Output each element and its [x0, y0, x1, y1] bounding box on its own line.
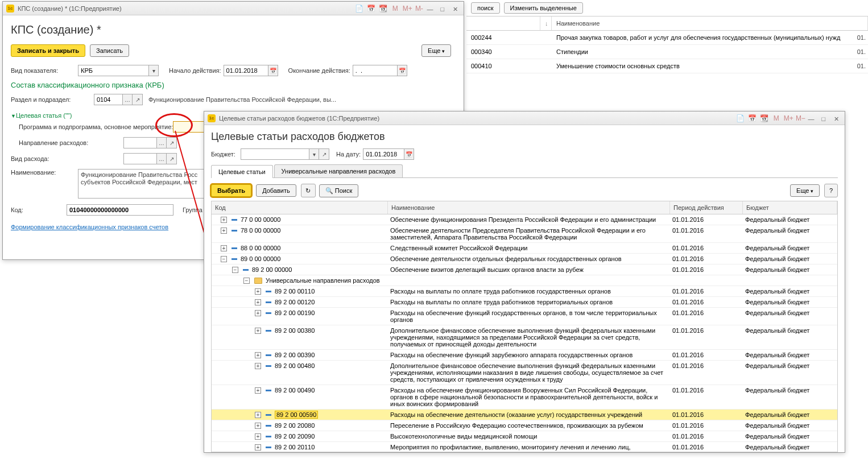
budget-dropdown-icon[interactable]: ▾ — [309, 148, 319, 160]
mminus-icon[interactable]: M− — [796, 114, 805, 123]
maximize-icon[interactable]: □ — [819, 114, 829, 123]
razdel-input[interactable] — [94, 94, 122, 105]
bg-row[interactable]: 000340Стипендии01. — [466, 45, 868, 59]
table-row[interactable]: + 89 2 00 20110 Мероприятия по профилакт… — [212, 442, 837, 452]
table-row[interactable]: + 89 2 00 00380 Дополнительное финансово… — [212, 325, 837, 350]
budget-open-icon[interactable]: ↗ — [319, 148, 329, 160]
expand-toggle-icon[interactable]: − — [221, 256, 227, 262]
close-icon[interactable]: ✕ — [831, 114, 841, 123]
razdel-open-icon[interactable]: ↗ — [133, 94, 143, 105]
more-button[interactable]: Еще — [421, 44, 451, 57]
tab-universal-directions[interactable]: Универсальные направления расходов — [274, 164, 403, 177]
vid-dropdown-icon[interactable]: ▾ — [148, 65, 159, 76]
napr-select-icon[interactable]: … — [156, 137, 167, 148]
start-date-picker-icon[interactable]: 📅 — [268, 65, 278, 76]
end-date-picker-icon[interactable]: 📅 — [397, 65, 407, 76]
table-row[interactable]: + 89 2 00 00590 Расходы на обеспечение д… — [212, 410, 837, 420]
expand-toggle-icon[interactable]: − — [232, 267, 238, 273]
expand-toggle-icon[interactable]: + — [255, 444, 261, 451]
start-date-input[interactable] — [224, 65, 268, 76]
bg-edit-selected-button[interactable]: Изменить выделенные — [504, 2, 583, 14]
table-row[interactable]: + 89 2 00 00490 Расходы на обеспечение ф… — [212, 385, 837, 410]
expand-toggle-icon[interactable]: + — [255, 288, 261, 295]
table-row[interactable]: − 89 0 00 00000 Обеспечение деятельности… — [212, 254, 837, 265]
napr-input[interactable] — [123, 137, 156, 148]
bg-row[interactable]: 000410Уменьшение стоимости основных сред… — [466, 59, 868, 73]
expand-toggle-icon[interactable]: + — [255, 423, 261, 429]
mplus-icon[interactable]: M+ — [784, 114, 793, 123]
table-row[interactable]: + 89 2 00 00120 Расходы на выплаты по оп… — [212, 297, 837, 308]
expand-toggle-icon[interactable]: + — [221, 245, 227, 251]
save-button[interactable]: Записать — [90, 44, 129, 57]
expand-toggle-icon[interactable]: − — [243, 278, 250, 284]
kod-input[interactable] — [67, 204, 173, 216]
search-button[interactable]: 🔍Поиск — [319, 184, 358, 197]
table-row[interactable]: + 78 0 00 00000 Обеспечение деятельности… — [212, 225, 837, 243]
calendar-icon[interactable]: 📅 — [367, 4, 376, 13]
expand-toggle-icon[interactable]: + — [255, 310, 261, 316]
m-icon[interactable]: M — [391, 4, 400, 13]
tab-target-articles[interactable]: Целевые статьи — [211, 165, 273, 178]
table-row[interactable]: + 89 2 00 00390 Расходы на обеспечение ф… — [212, 350, 837, 361]
naim-textarea[interactable]: Функционирование Правительства Росс субъ… — [78, 169, 209, 199]
table-row[interactable]: + 89 2 00 00110 Расходы на выплаты по оп… — [212, 286, 837, 297]
table-row[interactable]: + 77 0 00 00000 Обеспечение функциониров… — [212, 214, 837, 225]
vidr-select-icon[interactable]: … — [156, 153, 167, 164]
prog-input[interactable] — [173, 121, 206, 133]
calendar-icon[interactable]: 📅 — [748, 114, 757, 123]
maximize-icon[interactable]: □ — [437, 4, 448, 13]
sort-indicator-icon[interactable]: ↓ — [540, 16, 552, 30]
expand-toggle-icon[interactable]: + — [221, 228, 227, 234]
col-code[interactable]: Код — [212, 201, 388, 214]
budget-input[interactable] — [241, 148, 309, 160]
save-close-button[interactable]: Записать и закрыть — [11, 44, 85, 57]
table-row[interactable]: − 89 2 00 00000 Обеспечение визитов деле… — [212, 265, 837, 275]
minimize-icon[interactable]: — — [425, 4, 435, 13]
vidr-input[interactable] — [123, 153, 156, 164]
expand-toggle-icon[interactable]: + — [255, 433, 261, 440]
table-row[interactable]: + 89 2 00 00480 Дополнительное финансово… — [212, 361, 837, 385]
table-row[interactable]: − Универсальные направления расходов — [212, 275, 837, 286]
date31-icon[interactable]: 📆 — [760, 114, 769, 123]
expand-toggle-icon[interactable]: + — [255, 328, 261, 334]
minimize-icon[interactable]: — — [806, 114, 816, 123]
refresh-icon[interactable]: ↻ — [301, 184, 316, 197]
col-period[interactable]: Период действия — [670, 201, 743, 214]
expand-toggle-icon[interactable]: + — [255, 387, 261, 394]
calc-icon[interactable]: 📄 — [355, 4, 364, 13]
expand-toggle-icon[interactable]: + — [255, 412, 261, 418]
collapse-target-article[interactable]: Целевая статья ("") — [11, 112, 72, 119]
table-row[interactable]: + 88 0 00 00000 Следственный комитет Рос… — [212, 243, 837, 254]
end-date-input[interactable] — [353, 65, 397, 76]
col-name[interactable]: Наименование — [388, 201, 670, 214]
date-picker-icon[interactable]: 📅 — [404, 148, 414, 160]
kps-titlebar[interactable]: 1c КПС (создание) * (1С:Предприятие) 📄 📅… — [3, 2, 464, 15]
form-classifiers-link[interactable]: Формирование классификационных признаков… — [11, 224, 168, 230]
expand-toggle-icon[interactable]: + — [255, 363, 261, 369]
help-icon[interactable]: ? — [824, 184, 838, 197]
napr-open-icon[interactable]: ↗ — [167, 137, 177, 148]
table-row[interactable]: + 89 2 00 20080 Переселение в Российскую… — [212, 420, 837, 431]
close-icon[interactable]: ✕ — [450, 4, 460, 13]
expand-toggle-icon[interactable]: + — [221, 217, 227, 223]
mminus-icon[interactable]: M- — [415, 4, 424, 13]
col-budget[interactable]: Бюджет — [743, 201, 837, 214]
bg-row[interactable]: 000244Прочая закупка товаров, работ и ус… — [466, 31, 868, 45]
date-input[interactable] — [363, 148, 404, 160]
expand-toggle-icon[interactable]: + — [255, 352, 261, 358]
bg-search-button[interactable]: поиск — [471, 2, 500, 14]
add-button[interactable]: Добавить — [256, 184, 296, 197]
date31-icon[interactable]: 📆 — [379, 4, 388, 13]
table-row[interactable]: + 89 2 00 20090 Высокотехнологичные виды… — [212, 431, 837, 442]
calc-icon[interactable]: 📄 — [736, 114, 745, 123]
dlg-titlebar[interactable]: 1c Целевые статьи расходов бюджетов (1С:… — [204, 111, 845, 125]
select-button[interactable]: Выбрать — [211, 184, 251, 197]
dlg-more-button[interactable]: Еще — [790, 184, 820, 197]
vidr-open-icon[interactable]: ↗ — [167, 153, 177, 164]
mplus-icon[interactable]: M+ — [403, 4, 412, 13]
vid-input[interactable] — [78, 65, 148, 76]
m-icon[interactable]: M — [772, 114, 781, 123]
razdel-select-icon[interactable]: … — [122, 94, 133, 105]
table-row[interactable]: + 89 2 00 00190 Расходы на обеспечение ф… — [212, 308, 837, 325]
expand-toggle-icon[interactable]: + — [255, 299, 261, 305]
